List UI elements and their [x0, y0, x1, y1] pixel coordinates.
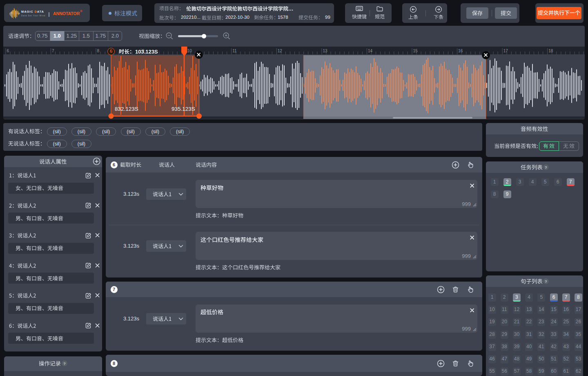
svg-text:7: 7 — [52, 49, 54, 53]
svg-text:?: ? — [545, 165, 547, 170]
svg-text:10: 10 — [187, 49, 192, 53]
svg-text:15: 15 — [413, 49, 418, 53]
svg-text:14: 14 — [368, 49, 373, 53]
svg-text:17: 17 — [503, 49, 508, 53]
svg-text:12: 12 — [278, 49, 283, 53]
svg-text:16: 16 — [458, 49, 463, 53]
svg-text:?: ? — [63, 361, 66, 366]
svg-text:6: 6 — [7, 49, 9, 53]
svg-text:11: 11 — [232, 49, 237, 53]
svg-text:?: ? — [545, 279, 547, 284]
svg-text:18: 18 — [548, 49, 553, 53]
svg-text:13: 13 — [323, 49, 327, 53]
svg-text:8: 8 — [97, 49, 100, 53]
